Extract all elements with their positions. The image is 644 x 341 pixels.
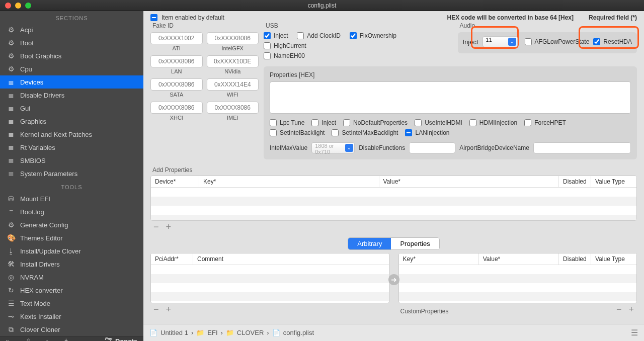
- sidebar-item-boot.log[interactable]: ≡Boot.log: [0, 205, 143, 218]
- sidebar-item-kexts-installer[interactable]: ⊸Kexts Installer: [0, 310, 143, 323]
- sidebar-item-mount-efi[interactable]: ⛁Mount EFI: [0, 192, 143, 205]
- sidebar-item-system-parameters[interactable]: ≣System Parameters: [0, 167, 143, 180]
- home-icon[interactable]: ⌂: [45, 337, 49, 342]
- usb-inject-checkbox[interactable]: [264, 32, 271, 39]
- add-pci-button[interactable]: +: [166, 304, 172, 315]
- fakeid-xhci-input[interactable]: [150, 102, 203, 114]
- flag-laninjection-checkbox[interactable]: [405, 129, 412, 136]
- col-comment[interactable]: Comment: [193, 253, 389, 265]
- flag-inject-checkbox[interactable]: [311, 119, 318, 126]
- item-enabled-checkbox[interactable]: [150, 14, 157, 21]
- addprops-table[interactable]: Device* Key* Value* Disabled Value Type: [150, 176, 637, 221]
- usb-nameeh00-checkbox[interactable]: [264, 52, 271, 59]
- fakeid-nvidia-input[interactable]: [207, 55, 259, 67]
- bc-untitled[interactable]: Untitled 1: [160, 329, 188, 336]
- col-pciaddr[interactable]: PciAddr*: [151, 253, 193, 265]
- sidebar-item-text-mode[interactable]: ☰Text Mode: [0, 297, 143, 310]
- audio-inject-select[interactable]: 11⌄: [482, 36, 518, 47]
- tab-properties[interactable]: Properties: [391, 238, 439, 249]
- sidebar-item-rt-variables[interactable]: ≣Rt Variables: [0, 141, 143, 154]
- sidebar-item-boot[interactable]: ⚙Boot: [0, 36, 143, 49]
- fakeid-lan-input[interactable]: [150, 55, 203, 67]
- fakeid-wifi-input[interactable]: [207, 78, 259, 91]
- sidebar-item-disable-drivers[interactable]: ≣Disable Drivers: [0, 89, 143, 102]
- fakeid-ati-input[interactable]: [150, 32, 203, 44]
- flag-setintelmaxbacklight-checkbox[interactable]: [332, 129, 339, 136]
- window-controls: [0, 3, 31, 9]
- flag-useintelhdmi-checkbox[interactable]: [415, 119, 422, 126]
- import-icon[interactable]: ⇪: [26, 337, 31, 342]
- flag-hdmiinjection-checkbox[interactable]: [469, 119, 476, 126]
- sidebar-item-gui[interactable]: ≣Gui: [0, 102, 143, 115]
- sidebar-item-devices[interactable]: ≣Devices: [0, 75, 143, 89]
- flag-forcehpet-checkbox[interactable]: [524, 119, 531, 126]
- resethda-checkbox[interactable]: [593, 38, 600, 45]
- flag-setintelbacklight-checkbox[interactable]: [270, 129, 277, 136]
- sidebar-item-hex-converter[interactable]: ↻HEX converter: [0, 284, 143, 297]
- col-vtype2[interactable]: Value Type: [591, 253, 636, 265]
- add-row-button[interactable]: +: [166, 222, 172, 232]
- sidebar-item-generate-config[interactable]: ⚙Generate Config: [0, 218, 143, 231]
- donate-button[interactable]: PayPal Donate: [105, 337, 137, 341]
- flag-lpc tune-checkbox[interactable]: [270, 119, 277, 126]
- bc-file[interactable]: config.plist: [283, 329, 314, 336]
- disablefn-input[interactable]: [409, 142, 455, 153]
- sidebar-item-cpu[interactable]: ⚙Cpu: [0, 62, 143, 75]
- col-vtype[interactable]: Value Type: [591, 176, 636, 187]
- sidebar-item-graphics[interactable]: ≣Graphics: [0, 115, 143, 128]
- tab-arbitrary[interactable]: Arbitrary: [348, 238, 391, 249]
- minimize-icon[interactable]: [15, 3, 21, 9]
- fakeid-sata-input[interactable]: [150, 78, 203, 91]
- col-value2[interactable]: Value*: [479, 253, 559, 265]
- afg-checkbox[interactable]: [525, 38, 532, 45]
- sidebar-item-kernel-and-kext-patches[interactable]: ≣Kernel and Kext Patches: [0, 128, 143, 141]
- add-custom-button[interactable]: +: [628, 304, 634, 315]
- sidebar-item-install-drivers[interactable]: 🛠Install Drivers: [0, 258, 143, 271]
- sidebar-header-tools: TOOLS: [0, 180, 143, 192]
- col-device[interactable]: Device*: [151, 176, 199, 187]
- sidebar-item-install/update-clover[interactable]: ⭳Install/Update Clover: [0, 244, 143, 258]
- sidebar-item-smbios[interactable]: ≣SMBIOS: [0, 154, 143, 167]
- sidebar-item-nvram[interactable]: ◎NVRAM: [0, 271, 143, 284]
- col-key2[interactable]: Key*: [399, 253, 479, 265]
- properties-textarea[interactable]: [270, 81, 631, 114]
- sidebar-item-themes-editor[interactable]: 🎨Themes Editor: [0, 231, 143, 244]
- intelmax-select[interactable]: 1808 or 0x710⌄: [311, 142, 355, 153]
- usb-fixownership-checkbox[interactable]: [350, 32, 357, 39]
- gear-icon: ⚙: [7, 26, 15, 34]
- sidebar-item-clover-cloner[interactable]: ⧉Clover Cloner: [0, 323, 143, 336]
- export-icon[interactable]: ⇤: [6, 337, 12, 342]
- menu-icon[interactable]: ☰: [631, 328, 638, 337]
- col-disabled[interactable]: Disabled: [559, 176, 591, 187]
- usb-addclock-checkbox[interactable]: [297, 32, 304, 39]
- col-value[interactable]: Value*: [379, 176, 559, 187]
- flag-nodefaultproperties-checkbox[interactable]: [343, 119, 350, 126]
- usb-highcurrent-checkbox[interactable]: [264, 42, 271, 49]
- transfer-button[interactable]: ➜: [388, 274, 399, 285]
- share-icon[interactable]: ⋔: [63, 337, 69, 342]
- list-icon: ≣: [7, 169, 15, 178]
- remove-row-button[interactable]: −: [153, 222, 159, 232]
- remove-custom-button[interactable]: −: [616, 304, 622, 315]
- pci-table[interactable]: PciAddr* Comment: [150, 253, 389, 303]
- col-key[interactable]: Key*: [199, 176, 379, 187]
- gear-icon: ⚙: [7, 52, 15, 60]
- bc-clover[interactable]: CLOVER: [237, 329, 264, 336]
- fakeid-imei-input[interactable]: [207, 102, 259, 114]
- breadcrumb: 📄 Untitled 1 › 📁 EFI › 📁 CLOVER › 📄 conf…: [143, 324, 644, 341]
- intelmax-label: IntelMaxValue: [270, 144, 307, 151]
- drive-icon: ⛁: [7, 195, 15, 203]
- remove-pci-button[interactable]: −: [153, 304, 159, 315]
- sidebar-item-boot-graphics[interactable]: ⚙Boot Graphics: [0, 49, 143, 62]
- bc-efi[interactable]: EFI: [207, 329, 217, 336]
- close-icon[interactable]: [5, 3, 11, 9]
- gear-icon: ⚙: [7, 221, 15, 229]
- col-disabled2[interactable]: Disabled: [559, 253, 591, 265]
- fakeid-wifi-label: WIFI: [207, 92, 259, 98]
- fakeid-intelgfx-input[interactable]: [207, 32, 259, 44]
- custom-table[interactable]: Key* Value* Disabled Value Type: [398, 253, 637, 303]
- airport-input[interactable]: [533, 142, 631, 153]
- maximize-icon[interactable]: [25, 3, 31, 9]
- sidebar-item-acpi[interactable]: ⚙Acpi: [0, 23, 143, 36]
- audio-title: Audio: [458, 22, 637, 32]
